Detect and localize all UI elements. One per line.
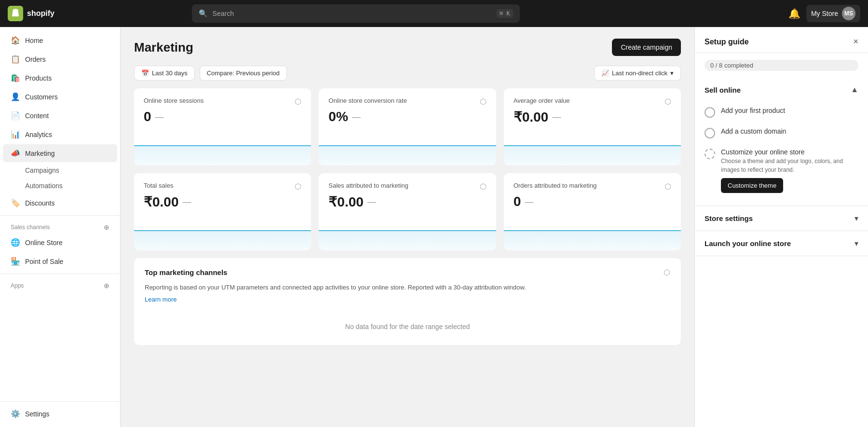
logo-text: shopify: [27, 9, 54, 18]
metric-chart-avg-order: [504, 137, 681, 165]
store-settings-header[interactable]: Store settings ▾: [695, 206, 868, 231]
metric-card-orders-attributed: Orders attributed to marketing ⬡ 0 —: [504, 173, 681, 250]
metric-card-header-sales-attributed: Sales attributed to marketing ⬡: [328, 182, 486, 191]
sell-online-title: Sell online: [705, 86, 741, 94]
search-icon: 🔍: [199, 9, 208, 18]
topnav-right: 🔔 My Store MS: [788, 5, 860, 22]
create-campaign-button[interactable]: Create campaign: [612, 39, 681, 56]
setup-guide-header: Setup guide ×: [695, 27, 868, 53]
add-product-label: Add your first product: [721, 107, 785, 114]
metric-value-sessions: 0 —: [144, 109, 301, 124]
setup-guide-title: Setup guide: [705, 38, 749, 46]
metric-card-header-orders-attributed: Orders attributed to marketing ⬡: [514, 182, 671, 191]
apps-expand-icon[interactable]: ⊕: [104, 282, 109, 289]
date-filter-button[interactable]: 📅 Last 30 days: [134, 66, 195, 81]
export-icon-avg-order[interactable]: ⬡: [665, 97, 671, 106]
notification-button[interactable]: 🔔: [788, 8, 800, 19]
content-area: Marketing Create campaign 📅 Last 30 days…: [121, 27, 694, 427]
sidebar-item-orders[interactable]: 📋 Orders: [3, 50, 117, 68]
sidebar-item-marketing[interactable]: 📣 Marketing: [3, 144, 117, 162]
compare-filter-button[interactable]: Compare: Previous period: [200, 66, 287, 81]
metric-chart-sessions: [134, 137, 311, 165]
sell-online-chevron-icon: ▲: [851, 85, 858, 94]
analytics-icon: 📊: [11, 130, 20, 139]
setup-item-add-product: Add your first product: [705, 102, 858, 123]
online-store-icon: 🌐: [11, 238, 20, 247]
marketing-icon: 📣: [11, 149, 20, 158]
customers-icon: 👤: [11, 92, 20, 101]
launch-store-chevron-icon: ▾: [854, 239, 858, 248]
add-product-check: [705, 107, 715, 118]
sidebar-item-discounts[interactable]: 🏷️ Discounts: [3, 194, 117, 212]
export-icon-sales-attributed[interactable]: ⬡: [480, 182, 487, 191]
metric-card-conversion: Online store conversion rate ⬡ 0% —: [319, 88, 496, 165]
custom-domain-check: [705, 128, 715, 138]
point-of-sale-icon: 🏪: [11, 257, 20, 266]
top-channels-header: Top marketing channels ⬡: [145, 268, 670, 277]
metric-card-header-avg-order: Average order value ⬡: [514, 97, 671, 106]
export-icon-sessions[interactable]: ⬡: [295, 97, 301, 106]
sales-channels-expand-icon[interactable]: ⊕: [104, 223, 109, 231]
store-name: My Store: [811, 10, 838, 17]
sidebar-item-analytics[interactable]: 📊 Analytics: [3, 125, 117, 143]
metric-card-header-sessions: Online store sessions ⬡: [144, 97, 301, 106]
products-icon: 🛍️: [11, 73, 20, 83]
discounts-icon: 🏷️: [11, 198, 20, 207]
logo[interactable]: shopify: [8, 6, 54, 21]
custom-domain-content: Add a custom domain: [721, 127, 786, 135]
metric-card-header-total-sales: Total sales ⬡: [144, 182, 301, 191]
sidebar-sub-automations[interactable]: Automations: [3, 179, 117, 193]
export-icon-total-sales[interactable]: ⬡: [295, 182, 301, 191]
export-icon-orders-attributed[interactable]: ⬡: [665, 182, 671, 191]
metric-chart-conversion: [319, 137, 496, 165]
metric-card-header-conversion: Online store conversion rate ⬡: [328, 97, 486, 106]
search-bar[interactable]: 🔍 ⌘ K: [192, 4, 520, 23]
search-input[interactable]: [213, 10, 492, 17]
store-settings-chevron-icon: ▾: [854, 214, 858, 223]
home-icon: 🏠: [11, 36, 20, 45]
sidebar-item-settings[interactable]: ⚙️ Settings: [3, 405, 117, 423]
sidebar-item-products[interactable]: 🛍️ Products: [3, 69, 117, 87]
setup-guide-panel: Setup guide × 0 / 8 completed Sell onlin…: [694, 27, 868, 427]
sidebar-sub-campaigns[interactable]: Campaigns: [3, 163, 117, 178]
sidebar-divider-2: [0, 274, 120, 274]
sidebar-item-customers[interactable]: 👤 Customers: [3, 88, 117, 106]
setup-item-custom-domain: Add a custom domain: [705, 123, 858, 143]
launch-store-header[interactable]: Launch your online store ▾: [695, 231, 868, 256]
export-icon-top-channels[interactable]: ⬡: [664, 268, 670, 277]
customize-store-content: Customize your online store Choose a the…: [721, 148, 858, 193]
setup-item-customize-store: Customize your online store Choose a the…: [705, 143, 858, 198]
page-title: Marketing: [134, 40, 193, 55]
customize-theme-button[interactable]: Customize theme: [721, 178, 783, 193]
metric-card-total-sales: Total sales ⬡ ₹0.00 —: [134, 173, 311, 250]
settings-icon: ⚙️: [11, 409, 20, 418]
top-marketing-channels-card: Top marketing channels ⬡ Reporting is ba…: [134, 258, 681, 345]
customize-store-desc: Choose a theme and add your logo, colors…: [721, 157, 858, 174]
sidebar-item-content[interactable]: 📄 Content: [3, 107, 117, 124]
sidebar-item-point-of-sale[interactable]: 🏪 Point of Sale: [3, 252, 117, 270]
metric-value-orders-attributed: 0 —: [514, 194, 671, 209]
metric-card-sessions: Online store sessions ⬡ 0 —: [134, 88, 311, 165]
metric-card-avg-order: Average order value ⬡ ₹0.00 —: [504, 88, 681, 165]
metric-value-avg-order: ₹0.00 —: [514, 109, 671, 125]
top-channels-title: Top marketing channels: [145, 268, 227, 276]
store-selector[interactable]: My Store MS: [806, 5, 860, 22]
sidebar-item-home[interactable]: 🏠 Home: [3, 31, 117, 49]
sidebar-divider-1: [0, 215, 120, 216]
metric-value-conversion: 0% —: [328, 109, 486, 124]
sell-online-section: Sell online ▲ Add your first product Add…: [695, 78, 868, 206]
apps-section: Apps ⊕: [0, 277, 120, 291]
setup-close-button[interactable]: ×: [853, 37, 858, 47]
learn-more-link[interactable]: Learn more: [145, 296, 176, 303]
sidebar-bottom: ⚙️ Settings: [0, 399, 120, 423]
sell-online-header[interactable]: Sell online ▲: [695, 78, 868, 102]
metric-chart-sales-attributed: [319, 221, 496, 250]
page-header: Marketing Create campaign: [134, 39, 681, 56]
metric-card-sales-attributed: Sales attributed to marketing ⬡ ₹0.00 —: [319, 173, 496, 250]
export-icon-conversion[interactable]: ⬡: [480, 97, 487, 106]
metrics-grid: Online store sessions ⬡ 0 — Online store…: [134, 88, 681, 250]
attribution-filter-button[interactable]: 📈 Last non-direct click ▾: [594, 66, 681, 81]
orders-icon: 📋: [11, 55, 20, 64]
metric-chart-orders-attributed: [504, 221, 681, 250]
sidebar-item-online-store[interactable]: 🌐 Online Store: [3, 234, 117, 251]
